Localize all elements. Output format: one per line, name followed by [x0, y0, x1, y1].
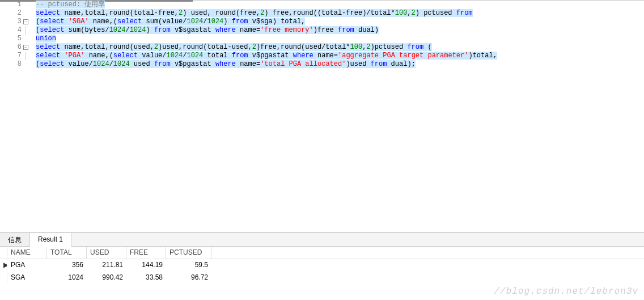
- token-ident: v$pgastat: [171, 60, 215, 68]
- token-num: 1024: [187, 52, 204, 60]
- token-ident: ): [146, 26, 154, 34]
- token-kw: from: [371, 60, 387, 68]
- token-ident: (: [423, 43, 431, 51]
- token-ident: )pctused: [371, 43, 408, 51]
- token-ident: dual): [354, 26, 379, 34]
- token-cmt: -- pctused: 使用率: [36, 1, 105, 9]
- token-ident: )free,round(used/total*: [256, 43, 350, 51]
- line-number: 1: [0, 1, 22, 9]
- table-row[interactable]: SGA1024990.4233.5896.72: [0, 272, 644, 284]
- token-ident: name=: [236, 26, 260, 34]
- token-num: 2: [366, 43, 370, 51]
- token-str: 'SGA': [69, 18, 89, 26]
- token-num: 1024: [187, 18, 204, 26]
- token-ident: /: [125, 26, 129, 34]
- col-header-used[interactable]: USED: [87, 247, 126, 259]
- token-kw: from: [154, 60, 171, 68]
- token-ident: /: [203, 18, 207, 26]
- cell-free[interactable]: 33.58: [126, 272, 166, 284]
- cell-pctused[interactable]: 59.5: [166, 259, 211, 272]
- token-ident: name,total,round(total-free,: [60, 9, 179, 17]
- cell-name[interactable]: SGA: [7, 272, 47, 284]
- token-str: 'total PGA allocated': [260, 60, 346, 68]
- token-kw: where: [293, 52, 313, 60]
- token-kw: from: [456, 9, 473, 17]
- token-ident: ,: [407, 9, 411, 17]
- token-ident: v$sga) total,: [248, 18, 306, 26]
- token-ident: /: [109, 60, 113, 68]
- code-area[interactable]: -- pctused: 使用率select name,total,round(t…: [26, 1, 644, 233]
- cell-free[interactable]: 144.19: [126, 259, 166, 272]
- cell-used[interactable]: 211.81: [87, 259, 126, 272]
- cell-pctused[interactable]: 96.72: [166, 272, 211, 284]
- line-number: 8: [0, 60, 22, 69]
- code-line[interactable]: select 'PGA' name,(select value/1024/102…: [36, 52, 644, 60]
- tab-info[interactable]: 信息: [0, 233, 30, 246]
- token-ident: sum(value/: [142, 18, 187, 26]
- line-number-gutter: 123−456−78: [0, 1, 26, 233]
- cell-total[interactable]: 356: [47, 259, 87, 272]
- results-pane: 信息 Result 1 NAME TOTAL USED FREE PCTUSED…: [0, 233, 644, 300]
- token-kw: select: [40, 60, 64, 68]
- token-kw: select: [117, 18, 142, 26]
- token-kw: select: [36, 43, 60, 51]
- token-num: 2: [252, 43, 256, 51]
- table-row[interactable]: ▶PGA356211.81144.1959.5: [0, 259, 644, 272]
- code-line[interactable]: union: [36, 35, 644, 43]
- token-num: 1024: [113, 60, 130, 68]
- tab-result-1[interactable]: Result 1: [30, 233, 71, 247]
- token-kw: where: [215, 26, 236, 34]
- token-num: 1024: [130, 26, 146, 34]
- cell-name[interactable]: PGA: [7, 259, 47, 272]
- token-kw: select: [113, 52, 138, 60]
- token-ident: v$sgastat: [171, 26, 215, 34]
- row-indicator: ▶: [0, 259, 7, 272]
- result-grid: NAME TOTAL USED FREE PCTUSED ▶PGA356211.…: [0, 247, 644, 284]
- token-ident: [64, 18, 68, 26]
- token-kw: where: [215, 60, 236, 68]
- cell-used[interactable]: 990.42: [87, 272, 126, 284]
- token-kw: select: [40, 26, 64, 34]
- token-num: 1024: [207, 18, 224, 26]
- col-header-pctused[interactable]: PCTUSED: [166, 247, 211, 259]
- token-ident: used: [130, 60, 154, 68]
- token-ident: dual);: [387, 60, 415, 68]
- token-ident: name,(: [89, 18, 117, 26]
- token-num: 100: [350, 43, 363, 51]
- cell-total[interactable]: 1024: [47, 272, 87, 284]
- line-number: 2: [0, 9, 22, 18]
- token-kw: from: [338, 26, 354, 34]
- result-tabs: 信息 Result 1: [0, 233, 644, 247]
- code-line[interactable]: (select 'SGA' name,(select sum(value/102…: [36, 18, 644, 26]
- token-str: 'free memory': [260, 26, 313, 34]
- col-header-total[interactable]: TOTAL: [47, 247, 87, 259]
- token-ident: )total,: [468, 52, 497, 60]
- token-ident: )free: [313, 26, 338, 34]
- token-ident: ): [223, 18, 231, 26]
- token-num: 1024: [93, 60, 109, 68]
- col-header-name[interactable]: NAME: [7, 247, 47, 259]
- token-ident: /: [183, 52, 187, 60]
- token-num: 1024: [167, 52, 183, 60]
- row-indicator-header: [0, 247, 7, 259]
- token-num: 100: [395, 9, 408, 17]
- token-kw: from: [232, 52, 248, 60]
- col-header-free[interactable]: FREE: [126, 247, 166, 259]
- token-num: 1024: [109, 26, 126, 34]
- code-line[interactable]: select name,total,round(used,2)used,roun…: [36, 43, 644, 52]
- token-kw: from: [154, 26, 171, 34]
- line-number: 3−: [0, 18, 22, 26]
- token-ident: name,(: [84, 52, 113, 60]
- token-kw: select: [36, 52, 60, 60]
- code-line[interactable]: (select sum(bytes/1024/1024) from v$sgas…: [36, 26, 644, 35]
- token-kw: from: [407, 43, 423, 51]
- token-kw: from: [232, 18, 248, 26]
- line-number: 7: [0, 52, 22, 60]
- line-number: 6−: [0, 43, 22, 52]
- code-line[interactable]: select name,total,round(total-free,2) us…: [36, 9, 644, 18]
- sql-editor-pane: 123−456−78 -- pctused: 使用率select name,to…: [0, 0, 644, 233]
- token-num: 2: [154, 43, 158, 51]
- code-line[interactable]: -- pctused: 使用率: [36, 1, 644, 9]
- token-ident: value/: [64, 60, 92, 68]
- code-line[interactable]: (select value/1024/1024 used from v$pgas…: [36, 60, 644, 69]
